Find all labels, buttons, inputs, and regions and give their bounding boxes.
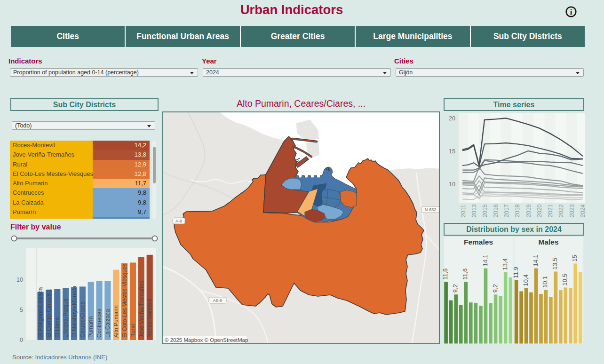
svg-text:11,9: 11,9: [512, 267, 519, 278]
svg-text:10,5: 10,5: [561, 274, 568, 285]
svg-text:2022: 2022: [558, 204, 564, 217]
svg-text:13,5: 13,5: [551, 258, 558, 269]
svg-text:10,1: 10,1: [541, 276, 548, 288]
svg-text:Jove-Veriña-Tremañes: Jove-Veriña-Tremañes: [138, 281, 145, 338]
svg-text:9,2: 9,2: [452, 284, 459, 293]
svg-text:2016: 2016: [493, 204, 499, 217]
svg-text:2013: 2013: [471, 204, 477, 217]
svg-text:2019: 2019: [525, 204, 532, 217]
svg-text:El Centro-Cimavilla: El Centro-Cimavilla: [46, 289, 52, 338]
svg-text:5: 5: [20, 307, 23, 313]
svg-text:Pumarín: Pumarín: [87, 317, 94, 338]
svg-text:11,6: 11,6: [442, 269, 449, 280]
svg-text:10: 10: [449, 181, 455, 188]
svg-text:2017: 2017: [503, 204, 510, 217]
svg-text:15: 15: [449, 148, 455, 155]
svg-text:2015: 2015: [482, 204, 488, 217]
svg-text:N-632: N-632: [425, 207, 437, 212]
svg-text:15: 15: [571, 255, 578, 261]
svg-text:La Calzada: La Calzada: [104, 309, 111, 338]
svg-text:2023: 2023: [569, 204, 575, 217]
svg-text:Ceares/Ciares: Ceares/Ciares: [79, 301, 86, 338]
svg-text:14,1: 14,1: [482, 254, 489, 266]
svg-text:AS-II: AS-II: [213, 298, 222, 303]
svg-text:13,4: 13,4: [501, 258, 509, 270]
svg-text:Rural: Rural: [130, 324, 136, 338]
svg-text:0: 0: [20, 337, 23, 343]
svg-text:Alto Pumarin: Alto Pumarin: [113, 305, 119, 338]
svg-text:2024: 2024: [580, 204, 586, 217]
svg-text:20: 20: [449, 115, 455, 122]
svg-text:10: 10: [16, 277, 23, 283]
svg-text:Females: Females: [464, 238, 493, 246]
svg-text:Males: Males: [538, 238, 558, 246]
svg-text:11,6: 11,6: [461, 269, 469, 280]
svg-text:El Natahoyo-Moreda: El Natahoyo-Moreda: [71, 286, 78, 338]
svg-text:10,4: 10,4: [522, 274, 529, 286]
svg-text:Contrueces: Contrueces: [96, 309, 103, 338]
svg-text:14,1: 14,1: [532, 254, 539, 266]
svg-text:© 2025 Mapbox © OpenStreetMap: © 2025 Mapbox © OpenStreetMap: [165, 337, 248, 343]
svg-text:2020: 2020: [536, 204, 543, 217]
svg-text:i: i: [570, 8, 572, 16]
svg-text:El Polígono-Laviada: El Polígono-Laviada: [37, 287, 44, 338]
svg-text:A-8: A-8: [175, 219, 182, 223]
svg-text:2018: 2018: [514, 204, 521, 217]
svg-text:Roces-Montevil: Roces-Montevil: [146, 299, 153, 338]
svg-text:El Coto-Les Mestes-Viesques: El Coto-Les Mestes-Viesques: [121, 263, 128, 338]
svg-text:L'Arena-Parque: L'Arena-Parque: [63, 298, 69, 338]
svg-text:2021: 2021: [547, 204, 554, 217]
svg-text:El Llano: El Llano: [54, 317, 61, 338]
svg-text:2011: 2011: [460, 205, 467, 217]
svg-text:9,2: 9,2: [492, 284, 499, 293]
